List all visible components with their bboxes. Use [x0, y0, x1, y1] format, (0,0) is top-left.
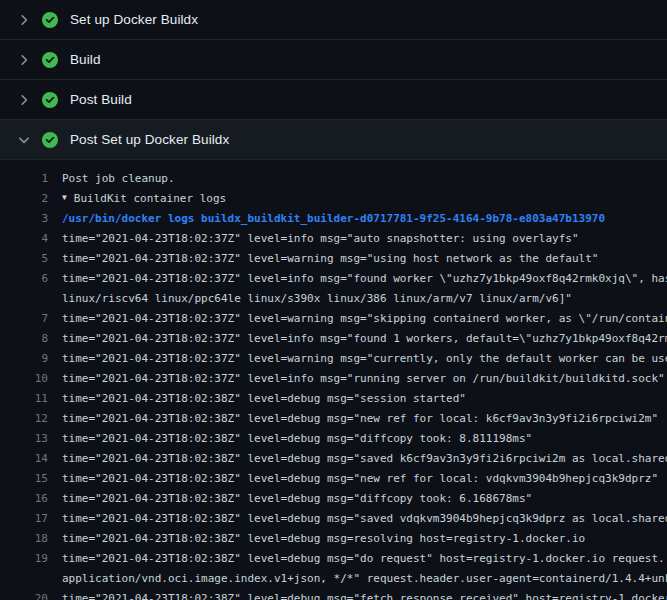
- log-line: 18 time="2021-04-23T18:02:38Z" level=deb…: [0, 529, 667, 549]
- log-line: 5 time="2021-04-23T18:02:37Z" level=warn…: [0, 249, 667, 269]
- log-text-content: time="2021-04-23T18:02:38Z" level=debug …: [62, 432, 532, 445]
- log-text-content: time="2021-04-23T18:02:37Z" level=info m…: [62, 232, 579, 245]
- log-text-content: time="2021-04-23T18:02:37Z" level=info m…: [62, 332, 667, 345]
- log-text: Post job cleanup.: [48, 169, 175, 189]
- line-number[interactable]: 8: [0, 329, 48, 349]
- log-text: time="2021-04-23T18:02:37Z" level=warnin…: [48, 309, 667, 329]
- step-header-set-up-docker-buildx[interactable]: Set up Docker Buildx: [0, 0, 667, 40]
- log-text-content: time="2021-04-23T18:02:38Z" level=debug …: [62, 552, 665, 565]
- line-number[interactable]: 16: [0, 489, 48, 509]
- log-line: 1 Post job cleanup.: [0, 169, 667, 189]
- log-line: 17 time="2021-04-23T18:02:38Z" level=deb…: [0, 509, 667, 529]
- log-text: time="2021-04-23T18:02:37Z" level=info m…: [48, 269, 667, 289]
- log-line: 7 time="2021-04-23T18:02:37Z" level=warn…: [0, 309, 667, 329]
- line-number[interactable]: 4: [0, 229, 48, 249]
- line-number[interactable]: 20: [0, 589, 48, 600]
- log-text: time="2021-04-23T18:02:38Z" level=debug …: [48, 589, 667, 600]
- log-text: time="2021-04-23T18:02:37Z" level=info m…: [48, 369, 665, 389]
- log-text-content: time="2021-04-23T18:02:37Z" level=info m…: [62, 372, 665, 385]
- log-text-content: time="2021-04-23T18:02:38Z" level=debug …: [62, 512, 667, 525]
- log-text-content: time="2021-04-23T18:02:37Z" level=warnin…: [62, 312, 667, 325]
- log-text: time="2021-04-23T18:02:37Z" level=warnin…: [48, 249, 598, 269]
- log-line: application/vnd.oci.image.index.v1+json,…: [0, 569, 667, 589]
- log-line: 6 time="2021-04-23T18:02:37Z" level=info…: [0, 269, 667, 289]
- log-text: time="2021-04-23T18:02:38Z" level=debug …: [48, 509, 667, 529]
- step-label: Post Set up Docker Buildx: [70, 132, 229, 147]
- line-number[interactable]: 5: [0, 249, 48, 269]
- log-text-content: time="2021-04-23T18:02:38Z" level=debug …: [62, 452, 667, 465]
- log-line: 4 time="2021-04-23T18:02:37Z" level=info…: [0, 229, 667, 249]
- line-number[interactable]: 6: [0, 269, 48, 289]
- log-text-content: time="2021-04-23T18:02:38Z" level=debug …: [62, 392, 466, 405]
- line-number[interactable]: 7: [0, 309, 48, 329]
- log-line: linux/riscv64 linux/ppc64le linux/s390x …: [0, 289, 667, 309]
- log-line: 20 time="2021-04-23T18:02:38Z" level=deb…: [0, 589, 667, 600]
- log-text: linux/riscv64 linux/ppc64le linux/s390x …: [48, 289, 572, 309]
- chevron-right-icon: [16, 52, 32, 68]
- check-circle-icon: [42, 12, 58, 28]
- group-toggle-icon[interactable]: ▼: [62, 189, 67, 208]
- log-text-content: time="2021-04-23T18:02:38Z" level=debug …: [62, 412, 658, 425]
- log-text-content: time="2021-04-23T18:02:37Z" level=warnin…: [62, 352, 667, 365]
- line-number[interactable]: 19: [0, 549, 48, 569]
- line-number[interactable]: 10: [0, 369, 48, 389]
- log-line: 10 time="2021-04-23T18:02:37Z" level=inf…: [0, 369, 667, 389]
- line-number[interactable]: [0, 289, 48, 309]
- log-text-content: time="2021-04-23T18:02:38Z" level=debug …: [62, 492, 532, 505]
- log-line: 3 /usr/bin/docker logs buildx_buildkit_b…: [0, 209, 667, 229]
- step-header-build[interactable]: Build: [0, 40, 667, 80]
- step-header-post-set-up-docker-buildx[interactable]: Post Set up Docker Buildx: [0, 120, 667, 160]
- log-line: 2 ▼BuildKit container logs: [0, 189, 667, 209]
- chevron-right-icon: [16, 12, 32, 28]
- log-text: time="2021-04-23T18:02:37Z" level=info m…: [48, 229, 579, 249]
- step-header-post-build[interactable]: Post Build: [0, 80, 667, 120]
- line-number[interactable]: 3: [0, 209, 48, 229]
- log-text: time="2021-04-23T18:02:38Z" level=debug …: [48, 449, 667, 469]
- line-number[interactable]: 11: [0, 389, 48, 409]
- log-text: time="2021-04-23T18:02:38Z" level=debug …: [48, 529, 585, 549]
- log-line: 16 time="2021-04-23T18:02:38Z" level=deb…: [0, 489, 667, 509]
- check-circle-icon: [42, 52, 58, 68]
- log-text-content: linux/riscv64 linux/ppc64le linux/s390x …: [62, 292, 572, 305]
- line-number[interactable]: 9: [0, 349, 48, 369]
- log-text-content: time="2021-04-23T18:02:38Z" level=debug …: [62, 532, 585, 545]
- log-line: 13 time="2021-04-23T18:02:38Z" level=deb…: [0, 429, 667, 449]
- line-number[interactable]: [0, 569, 48, 589]
- actions-log-viewer: Set up Docker Buildx Build Post Buil: [0, 0, 667, 600]
- log-panel: 1 Post job cleanup. 2 ▼BuildKit containe…: [0, 160, 667, 600]
- line-number[interactable]: 15: [0, 469, 48, 489]
- log-text-content: BuildKit container logs: [74, 192, 226, 205]
- step-label: Set up Docker Buildx: [70, 12, 198, 27]
- log-text: time="2021-04-23T18:02:37Z" level=warnin…: [48, 349, 667, 369]
- log-text: time="2021-04-23T18:02:38Z" level=debug …: [48, 549, 665, 569]
- log-text-content: Post job cleanup.: [62, 172, 175, 185]
- log-line: 11 time="2021-04-23T18:02:38Z" level=deb…: [0, 389, 667, 409]
- step-list: Set up Docker Buildx Build Post Buil: [0, 0, 667, 160]
- log-text: time="2021-04-23T18:02:38Z" level=debug …: [48, 469, 658, 489]
- log-text-content: /usr/bin/docker logs buildx_buildkit_bui…: [62, 212, 605, 225]
- log-text-content: time="2021-04-23T18:02:37Z" level=info m…: [62, 272, 667, 285]
- log-text-content: time="2021-04-23T18:02:38Z" level=debug …: [62, 472, 658, 485]
- chevron-right-icon: [16, 92, 32, 108]
- log-line: 19 time="2021-04-23T18:02:38Z" level=deb…: [0, 549, 667, 569]
- step-label: Build: [70, 52, 101, 67]
- log-text: /usr/bin/docker logs buildx_buildkit_bui…: [48, 209, 605, 229]
- log-line: 9 time="2021-04-23T18:02:37Z" level=warn…: [0, 349, 667, 369]
- check-circle-icon: [42, 132, 58, 148]
- line-number[interactable]: 2: [0, 189, 48, 209]
- log-text-content: application/vnd.oci.image.index.v1+json,…: [62, 572, 667, 585]
- log-text: time="2021-04-23T18:02:38Z" level=debug …: [48, 389, 466, 409]
- check-circle-icon: [42, 92, 58, 108]
- log-text: time="2021-04-23T18:02:38Z" level=debug …: [48, 429, 532, 449]
- log-line: 12 time="2021-04-23T18:02:38Z" level=deb…: [0, 409, 667, 429]
- log-text-content: time="2021-04-23T18:02:37Z" level=warnin…: [62, 252, 598, 265]
- log-lines: 1 Post job cleanup. 2 ▼BuildKit containe…: [0, 169, 667, 600]
- line-number[interactable]: 13: [0, 429, 48, 449]
- log-text: time="2021-04-23T18:02:38Z" level=debug …: [48, 489, 532, 509]
- line-number[interactable]: 1: [0, 169, 48, 189]
- line-number[interactable]: 17: [0, 509, 48, 529]
- line-number[interactable]: 18: [0, 529, 48, 549]
- log-text: time="2021-04-23T18:02:37Z" level=info m…: [48, 329, 667, 349]
- line-number[interactable]: 14: [0, 449, 48, 469]
- line-number[interactable]: 12: [0, 409, 48, 429]
